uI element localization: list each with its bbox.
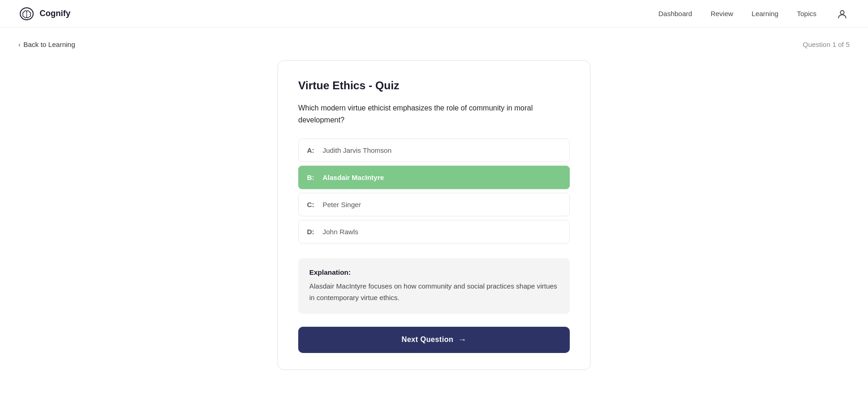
back-to-learning-label: Back to Learning: [23, 40, 75, 48]
quiz-question: Which modern virtue ethicist emphasizes …: [298, 102, 570, 126]
quiz-title: Virtue Ethics - Quiz: [298, 79, 570, 92]
main-content: Virtue Ethics - Quiz Which modern virtue…: [0, 56, 868, 388]
option-c-text: Peter Singer: [323, 201, 361, 208]
back-to-learning-link[interactable]: ‹ Back to Learning: [18, 40, 75, 48]
logo-icon: [18, 6, 35, 22]
svg-point-2: [840, 11, 844, 14]
option-d-text: John Rawls: [323, 228, 359, 236]
quiz-card: Virtue Ethics - Quiz Which modern virtue…: [278, 60, 590, 370]
user-profile-icon[interactable]: [835, 6, 850, 21]
option-c[interactable]: C: Peter Singer: [298, 193, 570, 216]
next-button-label: Next Question: [402, 335, 454, 344]
nav-review[interactable]: Review: [711, 10, 733, 17]
back-chevron-icon: ‹: [18, 41, 21, 48]
option-d[interactable]: D: John Rawls: [298, 220, 570, 243]
option-b-label: B:: [307, 173, 316, 181]
option-b-text: Alasdair MacIntyre: [323, 173, 384, 181]
option-d-label: D:: [307, 228, 316, 236]
question-counter: Question 1 of 5: [803, 40, 850, 48]
option-a-text: Judith Jarvis Thomson: [323, 146, 392, 154]
main-nav: Dashboard Review Learning Topics: [659, 6, 850, 21]
nav-learning[interactable]: Learning: [752, 10, 778, 17]
explanation-box: Explanation: Alasdair MacIntyre focuses …: [298, 258, 570, 314]
next-question-button[interactable]: Next Question →: [298, 327, 570, 353]
options-list: A: Judith Jarvis Thomson B: Alasdair Mac…: [298, 139, 570, 247]
logo-text: Cognify: [40, 9, 70, 18]
option-c-label: C:: [307, 201, 316, 208]
option-b[interactable]: B: Alasdair MacIntyre: [298, 166, 570, 189]
subheader: ‹ Back to Learning Question 1 of 5: [0, 28, 868, 56]
nav-dashboard[interactable]: Dashboard: [659, 10, 692, 17]
option-a-label: A:: [307, 146, 316, 154]
explanation-title: Explanation:: [309, 268, 559, 276]
logo-area: Cognify: [18, 6, 70, 22]
option-a[interactable]: A: Judith Jarvis Thomson: [298, 139, 570, 162]
explanation-text: Alasdair MacIntyre focuses on how commun…: [309, 281, 559, 304]
nav-topics[interactable]: Topics: [797, 10, 816, 17]
next-arrow-icon: →: [458, 335, 466, 345]
app-header: Cognify Dashboard Review Learning Topics: [0, 0, 868, 28]
